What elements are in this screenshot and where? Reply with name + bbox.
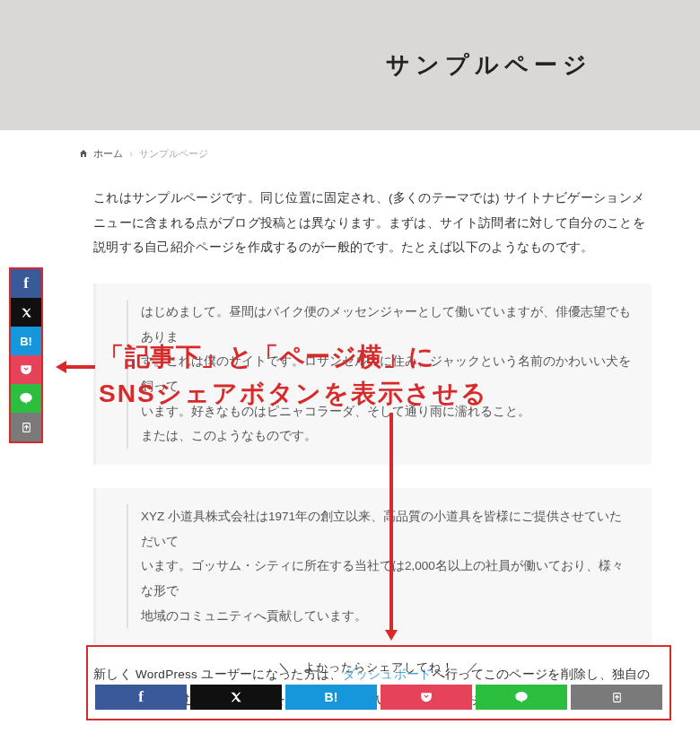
hatena-icon: B! [325, 690, 338, 704]
page-title: サンプルページ [386, 49, 592, 81]
copy-icon [21, 422, 32, 433]
svg-marker-3 [56, 361, 66, 373]
share-pocket-button-side[interactable] [11, 355, 41, 384]
home-icon [79, 149, 88, 158]
pocket-icon [420, 691, 433, 703]
page-header: サンプルページ [0, 0, 700, 130]
annotation-callout: 「記事下」と「ページ横」に SNSシェアボタンを表示させる [99, 339, 488, 412]
hatena-icon: B! [20, 335, 32, 348]
share-facebook-button[interactable]: f [95, 685, 187, 710]
line-icon [19, 391, 33, 406]
share-x-button-side[interactable] [11, 298, 41, 327]
share-line-button-side[interactable] [11, 384, 41, 413]
facebook-icon: f [23, 275, 29, 292]
intro-paragraph: これはサンプルページです。同じ位置に固定され、(多くのテーマでは) サイトナビゲ… [93, 186, 652, 260]
share-copy-button-side[interactable] [11, 413, 41, 441]
x-icon [21, 307, 32, 319]
share-copy-button[interactable] [571, 685, 662, 710]
share-pocket-button[interactable] [381, 685, 472, 710]
breadcrumb: ホーム › サンプルページ [66, 131, 678, 168]
share-hatena-button[interactable]: B! [285, 685, 377, 710]
bottom-share-bar: よかったらシェアしてね！ f B! [86, 645, 671, 720]
side-share-bar: f B! [9, 267, 43, 443]
share-label: よかったらシェアしてね！ [95, 659, 662, 676]
content-area: ホーム › サンプルページ これはサンプルページです。同じ位置に固定され、(多く… [0, 130, 700, 742]
breadcrumb-home[interactable]: ホーム [93, 148, 123, 159]
share-facebook-button-side[interactable]: f [11, 269, 41, 298]
share-x-button[interactable] [190, 685, 282, 710]
annotation-line-2: SNSシェアボタンを表示させる [99, 376, 488, 413]
svg-marker-5 [385, 630, 398, 641]
share-line-button[interactable] [476, 685, 567, 710]
copy-icon [611, 692, 623, 703]
x-icon [230, 691, 242, 703]
bottom-share-row: f B! [95, 685, 662, 710]
breadcrumb-current: サンプルページ [139, 148, 208, 159]
arrow-down-icon [383, 413, 399, 641]
line-icon [514, 690, 529, 704]
facebook-icon: f [138, 688, 144, 706]
annotation-line-1: 「記事下」と「ページ横」に [99, 339, 488, 376]
blockquote-2: XYZ 小道具株式会社は1971年の創立以来、高品質の小道具を皆様にご提供させて… [93, 488, 652, 644]
pocket-icon [20, 363, 32, 376]
chevron-right-icon: › [129, 148, 133, 159]
share-hatena-button-side[interactable]: B! [11, 327, 41, 355]
arrow-left-icon [56, 359, 95, 375]
